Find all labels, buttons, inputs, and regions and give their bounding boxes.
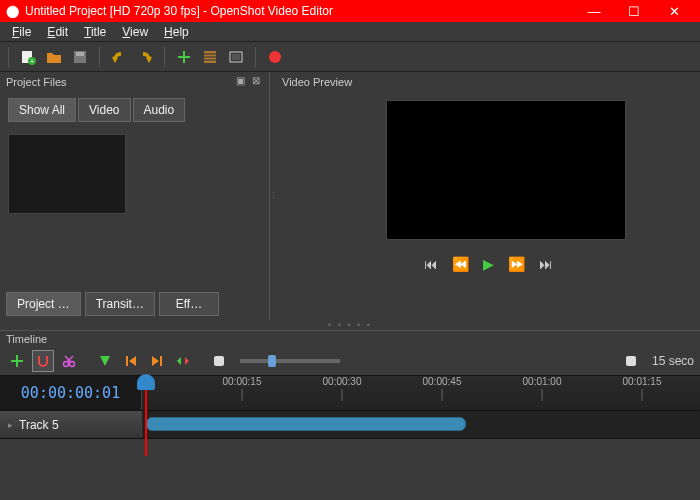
add-marker-button[interactable]: [94, 350, 116, 372]
tick: 00:00:30: [323, 376, 362, 401]
window-title: Untitled Project [HD 720p 30 fps] - Open…: [25, 4, 574, 18]
svg-rect-20: [126, 356, 128, 366]
add-track-button[interactable]: [6, 350, 28, 372]
track-label: Track 5: [19, 418, 59, 432]
video-preview-header: Video Preview: [276, 72, 700, 92]
zoom-label: 15 seco: [652, 354, 694, 368]
tick: 00:01:15: [623, 376, 662, 401]
filter-video[interactable]: Video: [78, 98, 130, 122]
close-button[interactable]: ✕: [654, 4, 694, 19]
svg-point-13: [269, 51, 281, 63]
ruler-ticks: 00:00:15 00:00:30 00:00:45 00:01:00 00:0…: [142, 376, 700, 410]
prev-marker-button[interactable]: [120, 350, 142, 372]
filter-audio[interactable]: Audio: [133, 98, 186, 122]
svg-rect-21: [160, 356, 162, 366]
bottom-tabs: Project … Transit… Eff…: [0, 288, 269, 320]
menu-edit[interactable]: Edit: [39, 23, 76, 41]
timecode-display[interactable]: 00:00:00:01: [0, 376, 142, 410]
video-preview-label: Video Preview: [282, 76, 352, 88]
import-files-button[interactable]: [173, 46, 195, 68]
export-button[interactable]: [264, 46, 286, 68]
zoom-preset-button[interactable]: [620, 350, 642, 372]
project-file-thumbnail[interactable]: [8, 134, 126, 214]
undo-button[interactable]: [108, 46, 130, 68]
panes-area: Project Files ▣ ⊠ Show All Video Audio P…: [0, 72, 700, 320]
svg-rect-23: [626, 356, 636, 366]
maximize-button[interactable]: ☐: [614, 4, 654, 19]
jump-start-button[interactable]: ⏮: [424, 256, 438, 272]
fast-forward-button[interactable]: ⏩: [508, 256, 525, 272]
razor-button[interactable]: [58, 350, 80, 372]
jump-end-button[interactable]: ⏭: [539, 256, 553, 272]
project-files-header: Project Files ▣ ⊠: [0, 72, 269, 92]
close-panel-icon[interactable]: ⊠: [249, 75, 263, 89]
play-button[interactable]: ▶: [483, 256, 494, 272]
tick: 00:00:45: [423, 376, 462, 401]
redo-button[interactable]: [134, 46, 156, 68]
splitter-horizontal[interactable]: • • • • •: [0, 320, 700, 330]
open-project-button[interactable]: [43, 46, 65, 68]
tab-project-files[interactable]: Project …: [6, 292, 81, 316]
video-preview[interactable]: [386, 100, 626, 240]
project-files-panel: Project Files ▣ ⊠ Show All Video Audio P…: [0, 72, 270, 320]
menu-help[interactable]: Help: [156, 23, 197, 41]
app-icon: ⬤: [6, 4, 19, 18]
fullscreen-button[interactable]: [225, 46, 247, 68]
save-project-button[interactable]: [69, 46, 91, 68]
project-files-label: Project Files: [6, 76, 67, 88]
timeline-toolbar: 15 seco: [0, 347, 700, 375]
timeline-section: Timeline 15 seco 00:00:00:01 00:00:15 00…: [0, 330, 700, 439]
rewind-button[interactable]: ⏪: [452, 256, 469, 272]
playhead[interactable]: [145, 376, 147, 456]
timeline-label: Timeline: [0, 331, 700, 347]
menu-title[interactable]: Title: [76, 23, 114, 41]
detach-icon[interactable]: ▣: [233, 75, 247, 89]
minimize-button[interactable]: —: [574, 4, 614, 19]
timeline-ruler[interactable]: 00:00:00:01 00:00:15 00:00:30 00:00:45 0…: [0, 375, 700, 411]
tab-effects[interactable]: Eff…: [159, 292, 219, 316]
main-toolbar: +: [0, 42, 700, 72]
track-header[interactable]: Track 5: [0, 411, 142, 438]
svg-text:+: +: [30, 58, 34, 65]
next-marker-button[interactable]: [146, 350, 168, 372]
zoom-slider[interactable]: [240, 359, 340, 363]
menu-view[interactable]: View: [114, 23, 156, 41]
menu-file[interactable]: FFileile: [4, 23, 39, 41]
svg-rect-22: [214, 356, 224, 366]
filter-show-all[interactable]: Show All: [8, 98, 76, 122]
snap-button[interactable]: [32, 350, 54, 372]
track-body[interactable]: [142, 411, 700, 438]
choose-profile-button[interactable]: [199, 46, 221, 68]
zoom-tool-button[interactable]: [208, 350, 230, 372]
tick: 00:01:00: [523, 376, 562, 401]
menu-bar: FFileile Edit Title View Help: [0, 22, 700, 42]
svg-rect-12: [232, 54, 240, 60]
playback-controls: ⏮ ⏪ ▶ ⏩ ⏭: [276, 256, 700, 272]
svg-rect-15: [11, 360, 23, 362]
preview-panel: Video Preview ⏮ ⏪ ▶ ⏩ ⏭: [276, 72, 700, 320]
new-project-button[interactable]: +: [17, 46, 39, 68]
svg-rect-6: [178, 56, 190, 58]
tab-transitions[interactable]: Transit…: [85, 292, 155, 316]
timeline-clip[interactable]: [146, 417, 466, 431]
svg-rect-4: [76, 52, 84, 56]
tick: 00:00:15: [223, 376, 262, 401]
center-playhead-button[interactable]: [172, 350, 194, 372]
filter-tabs: Show All Video Audio: [0, 92, 269, 128]
track-row: Track 5: [0, 411, 700, 439]
title-bar: ⬤ Untitled Project [HD 720p 30 fps] - Op…: [0, 0, 700, 22]
